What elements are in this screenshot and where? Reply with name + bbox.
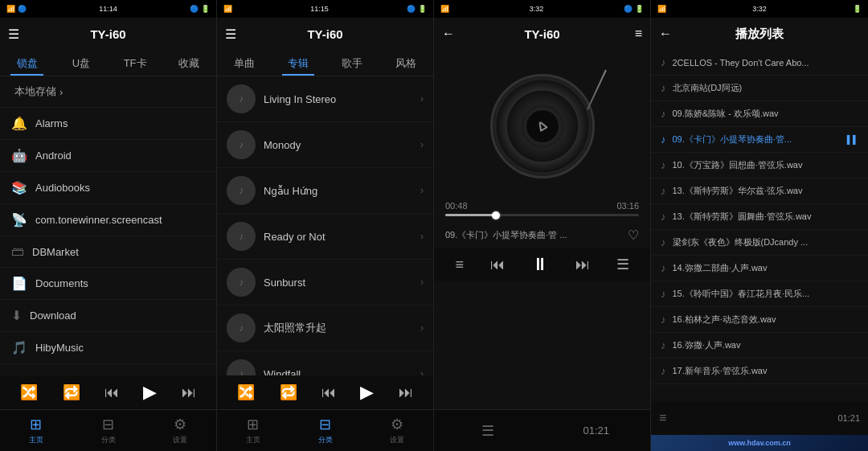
status-left-4: 📶 [657, 5, 666, 13]
category-icon-2: ⊟ [319, 416, 331, 433]
signal-icon-3: 📶 [440, 5, 449, 13]
nav-home-1[interactable]: ⊞ 主页 [0, 416, 72, 445]
playlist-item-4[interactable]: ♪ 10.《万宝路》回想曲·管弦乐.wav [651, 153, 868, 178]
tab-style[interactable]: 风格 [379, 50, 433, 76]
album-thumb-2: ♪ [227, 176, 256, 205]
album-list: ♪ Living In Stereo › ♪ Monody › ♪ Ngẫu H… [217, 76, 433, 375]
playlist-btn-3[interactable]: ≡ [455, 256, 464, 273]
album-item-0[interactable]: ♪ Living In Stereo › [217, 76, 433, 122]
tab-single[interactable]: 单曲 [217, 50, 271, 76]
playlist-item-11[interactable]: ♪ 16.弥撒·人声.wav [651, 333, 868, 359]
menu-icon-1[interactable]: ☰ [8, 27, 19, 42]
app-title-3: TY-i60 [524, 27, 559, 41]
playlist-item-6[interactable]: ♪ 13.《斯特劳斯》圆舞曲·管弦乐.wav [651, 204, 868, 230]
playlist-item-0[interactable]: ♪ 2CELLOS - They Don't Care Abo... [651, 50, 868, 76]
shuffle-btn-1[interactable]: 🔀 [20, 383, 38, 401]
prev-btn-3[interactable]: ⏮ [490, 256, 505, 273]
playlist: ♪ 2CELLOS - They Don't Care Abo... ♪ 北京南… [651, 50, 868, 401]
music-note-icon-7: ♪ [661, 236, 666, 248]
progress-bar[interactable] [445, 214, 639, 216]
side-time-4: 01:21 [837, 413, 860, 423]
shuffle-btn-2[interactable]: 🔀 [237, 383, 255, 401]
file-item-hibymusic[interactable]: 🎵 HibyMusic [0, 332, 216, 364]
category-icon-1: ⊟ [102, 416, 114, 433]
repeat-btn-2[interactable]: 🔁 [280, 383, 297, 401]
queue-btn-3[interactable]: ☰ [616, 256, 629, 273]
tab-favorites[interactable]: 收藏 [162, 50, 216, 76]
pause-btn-3[interactable]: ⏸ [531, 254, 549, 275]
file-name-audiobooks: Audiobooks [35, 182, 90, 194]
playlist-item-12[interactable]: ♪ 17.新年音乐·管弦乐.wav [651, 359, 868, 384]
playlist-item-3[interactable]: ♪ 09.《卡门》小提琴协奏曲·管... ▌▌ [651, 127, 868, 153]
album-item-2[interactable]: ♪ Ngẫu Hứng › [217, 168, 433, 214]
playlist-item-9[interactable]: ♪ 15.《聆听中国》春江花月夜·民乐... [651, 281, 868, 307]
battery-icon-4: 🔋 [853, 5, 862, 13]
status-left-1: 📶 🔵 [6, 5, 27, 13]
more-icon-3[interactable]: ≡ [635, 27, 642, 41]
back-icon-3[interactable]: ← [442, 27, 455, 41]
signal-icon: 📶 [6, 5, 15, 13]
file-item-alarms[interactable]: 🔔 Alarms [0, 108, 216, 140]
file-item-screencast[interactable]: 📡 com.tonewinner.screencast [0, 204, 216, 236]
playlist-item-1[interactable]: ♪ 北京南站(DJ阿远) [651, 76, 868, 101]
nav-category-label-1: 分类 [101, 435, 116, 445]
title-bar-3: ← TY-i60 ≡ [434, 18, 650, 50]
album-arrow-1: › [420, 139, 424, 150]
playlist-item-10[interactable]: ♪ 16.柏林之声·动态音效.wav [651, 307, 868, 333]
signal-icon-4: 📶 [657, 5, 666, 13]
album-name-3: Ready or Not [264, 231, 412, 243]
nav-category-2[interactable]: ⊟ 分类 [289, 416, 362, 445]
nav-settings-1[interactable]: ⚙ 设置 [144, 416, 216, 445]
progress-thumb [492, 211, 500, 219]
album-item-3[interactable]: ♪ Ready or Not › [217, 214, 433, 260]
wifi-icon: 🔵 [18, 5, 27, 13]
playlist-track-0: 2CELLOS - They Don't Care Abo... [673, 58, 859, 68]
tab-tf-card[interactable]: TF卡 [108, 50, 162, 76]
play-btn-1[interactable]: ▶ [143, 382, 157, 403]
playlist-item-5[interactable]: ♪ 13.《斯特劳斯》华尔兹·弦乐.wav [651, 178, 868, 204]
status-left-2: 📶 [223, 5, 232, 13]
file-item-android[interactable]: 🤖 Android [0, 140, 216, 172]
watermark: www.hdav.com.cn [651, 435, 868, 451]
tab-u-disk[interactable]: U盘 [54, 50, 108, 76]
nav-settings-2[interactable]: ⚙ 设置 [361, 416, 433, 445]
next-btn-3[interactable]: ⏭ [575, 256, 590, 273]
play-btn-2[interactable]: ▶ [360, 382, 374, 403]
menu-icon-2[interactable]: ☰ [225, 27, 236, 42]
album-item-1[interactable]: ♪ Monody › [217, 122, 433, 168]
nav-category-1[interactable]: ⊟ 分类 [72, 416, 145, 445]
file-item-documents[interactable]: 📄 Documents [0, 268, 216, 300]
playlist-item-2[interactable]: ♪ 09.陈娇&陈咏 - 欢乐颂.wav [651, 101, 868, 127]
file-item-dbmarket[interactable]: 🗃 DBMarket [0, 236, 216, 268]
prev-btn-1[interactable]: ⏮ [104, 384, 119, 401]
track-info: 09.《卡门》小提琴协奏曲·管 ... ♡ [434, 223, 650, 248]
album-item-6[interactable]: ♪ Windfall › [217, 351, 433, 375]
tab-lock-disk[interactable]: 锁盘 [0, 50, 54, 76]
local-storage-arrow: › [59, 86, 63, 98]
file-item-audiobooks[interactable]: 📚 Audiobooks [0, 172, 216, 204]
side-menu-btn[interactable]: ≡ [659, 411, 666, 425]
file-item-download[interactable]: ⬇ Download [0, 300, 216, 332]
home-icon-2: ⊞ [247, 416, 259, 433]
album-item-5[interactable]: ♪ 太阳照常升起 › [217, 305, 433, 351]
tab-singer[interactable]: 歌手 [326, 50, 379, 76]
back-icon-4[interactable]: ← [659, 27, 672, 41]
playlist-item-7[interactable]: ♪ 梁剑东《夜色》终极版(DJcandy ... [651, 230, 868, 256]
album-item-4[interactable]: ♪ Sunburst › [217, 260, 433, 305]
panel-file-browser: 📶 🔵 11:14 🔵 🔋 ☰ TY-i60 锁盘 U盘 TF卡 收藏 本地存储… [0, 0, 217, 451]
next-btn-1[interactable]: ⏭ [182, 384, 196, 401]
album-thumb-0: ♪ [227, 84, 256, 113]
nav-home-label-1: 主页 [29, 435, 43, 445]
audiobooks-icon: 📚 [11, 180, 27, 195]
signal-icon-2: 📶 [223, 5, 232, 13]
repeat-btn-1[interactable]: 🔁 [63, 383, 80, 401]
next-btn-2[interactable]: ⏭ [399, 384, 413, 401]
menu-icon-bottom-3[interactable]: ☰ [481, 422, 494, 440]
local-storage-item[interactable]: 本地存储 › [0, 76, 216, 108]
playlist-item-8[interactable]: ♪ 14.弥撒二部曲·人声.wav [651, 256, 868, 281]
nav-home-2[interactable]: ⊞ 主页 [217, 416, 289, 445]
heart-icon[interactable]: ♡ [628, 228, 639, 243]
tab-album[interactable]: 专辑 [271, 50, 325, 76]
nav-settings-label-1: 设置 [173, 435, 187, 445]
prev-btn-2[interactable]: ⏮ [321, 384, 336, 401]
